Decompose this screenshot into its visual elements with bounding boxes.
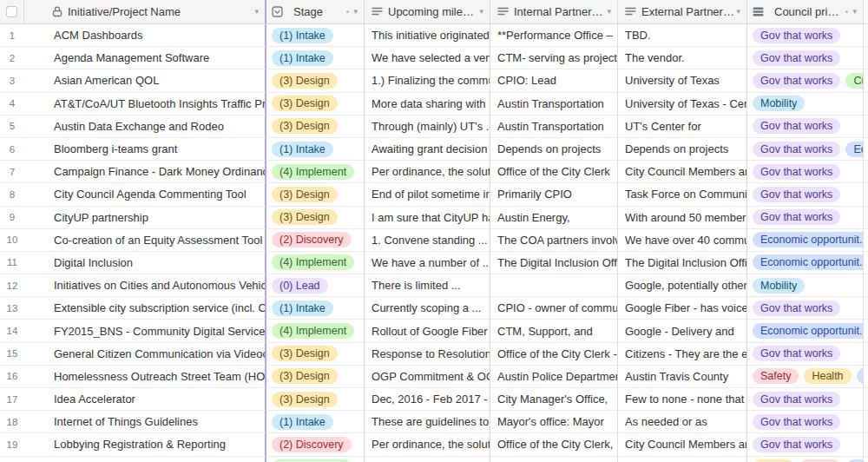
council-priorities-cell[interactable]: Gov that works: [747, 433, 864, 456]
milestones-cell[interactable]: OGP Commitment & OGP...: [365, 366, 490, 388]
name-cell[interactable]: Extensible city subscription service (in…: [24, 297, 266, 320]
name-cell[interactable]: Homelessness Outreach Street Team (HOST): [24, 366, 266, 388]
internal-partnerships-cell[interactable]: Office of the City Clerk: [490, 161, 618, 183]
external-partnerships-cell[interactable]: The Digital Inclusion Offic...: [618, 252, 747, 274]
select-option-pill[interactable]: Gov that works: [753, 28, 840, 43]
column-header-stage[interactable]: Stage▾: [266, 0, 365, 23]
select-option-pill[interactable]: Economic opportunit...: [753, 254, 864, 270]
name-cell[interactable]: Campaign Finance - Dark Money Ordinance: [24, 161, 266, 183]
select-option-pill[interactable]: Economic opportunit...: [753, 232, 864, 248]
milestones-cell[interactable]: Response to Resolution ...: [365, 343, 490, 366]
external-partnerships-cell[interactable]: City Council Members an...: [618, 433, 747, 456]
milestones-cell[interactable]: Through (mainly) UT's ...: [365, 116, 490, 138]
internal-partnerships-cell[interactable]: CTM- serving as project: [490, 47, 618, 69]
select-option-pill[interactable]: (3) Design: [272, 209, 338, 225]
select-option-pill[interactable]: Gov that works: [753, 346, 840, 361]
council-priorities-cell[interactable]: Gov that works: [747, 24, 864, 47]
council-priorities-cell[interactable]: Gov that worksCultura: [747, 69, 864, 92]
internal-partnerships-cell[interactable]: The Digital Inclusion Offic...: [490, 252, 618, 274]
internal-partnerships-cell[interactable]: Mayor's office: Mayor: [490, 411, 618, 433]
select-option-pill[interactable]: Gov that works: [753, 142, 840, 157]
select-option-pill[interactable]: (4) Implement: [272, 254, 354, 270]
council-priorities-cell[interactable]: Gov that works: [747, 183, 864, 206]
chevron-down-icon[interactable]: ▾: [852, 8, 857, 16]
stage-cell[interactable]: (1) Intake: [266, 47, 365, 69]
milestones-cell[interactable]: 1.) Finalizing the communi...: [365, 69, 490, 92]
stage-cell[interactable]: (1) Intake: [266, 297, 365, 320]
select-option-pill[interactable]: Cultura: [845, 73, 864, 89]
select-option-pill[interactable]: Gov that works: [753, 414, 840, 430]
internal-partnerships-cell[interactable]: Primarily CPIO: [490, 183, 618, 206]
select-option-pill[interactable]: (1) Intake: [272, 28, 333, 43]
select-option-pill[interactable]: (1) Intake: [272, 414, 333, 430]
internal-partnerships-cell[interactable]: Office of the City Clerk,: [490, 433, 618, 456]
internal-partnerships-cell[interactable]: Office of the City Clerk -: [490, 343, 618, 366]
milestones-cell[interactable]: There is limited ...: [365, 274, 490, 297]
council-priorities-cell[interactable]: Gov that works: [747, 116, 864, 138]
milestones-cell[interactable]: Per ordinance, the solutio...: [365, 161, 490, 183]
external-partnerships-cell[interactable]: UT's Center for: [618, 116, 747, 138]
internal-partnerships-cell[interactable]: Austin Police Department:...: [490, 366, 618, 388]
name-cell[interactable]: Co-creation of an Equity Assessment Tool: [24, 229, 266, 252]
select-option-pill[interactable]: Mobility: [753, 96, 805, 111]
milestones-cell[interactable]: This initiative originated o...: [365, 24, 490, 47]
external-partnerships-cell[interactable]: The vendor.: [618, 47, 747, 69]
external-partnerships-cell[interactable]: Austin Travis County: [618, 366, 747, 388]
select-option-pill[interactable]: Econo: [845, 142, 864, 157]
stage-cell[interactable]: (3) Design: [266, 93, 365, 116]
internal-partnerships-cell[interactable]: The COA partners involve...: [490, 229, 618, 252]
name-cell[interactable]: Digital Inclusion: [24, 252, 266, 274]
internal-partnerships-cell[interactable]: CPIO: Lead: [490, 69, 618, 92]
council-priorities-cell[interactable]: Gov that works: [747, 47, 864, 69]
select-option-pill[interactable]: Gov that works: [753, 437, 840, 452]
council-priorities-cell[interactable]: Gov that works: [747, 161, 864, 183]
select-option-pill[interactable]: (1) Intake: [272, 300, 333, 316]
name-cell[interactable]: ACM Dashboards: [24, 24, 266, 47]
column-header-internal-partnerships[interactable]: Internal Partnerships▾: [490, 0, 618, 23]
milestones-cell[interactable]: [365, 457, 490, 462]
external-partnerships-cell[interactable]: As needed or as: [618, 411, 747, 433]
external-partnerships-cell[interactable]: TBD.: [618, 24, 747, 47]
council-priorities-cell[interactable]: Economic opportunit...: [747, 229, 864, 252]
select-option-pill[interactable]: (2) Discovery: [272, 437, 352, 452]
select-option-pill[interactable]: Health: [804, 368, 851, 384]
external-partnerships-cell[interactable]: Few to none - none that I: [618, 388, 747, 411]
internal-partnerships-cell[interactable]: **Performance Office –: [490, 24, 618, 47]
milestones-cell[interactable]: 1. Convene standing ...: [365, 229, 490, 252]
select-option-pill[interactable]: (3) Design: [272, 118, 338, 134]
select-option-pill[interactable]: Gov that works: [753, 187, 840, 202]
name-cell[interactable]: General Citizen Communication via Videoc…: [24, 343, 266, 366]
select-option-pill[interactable]: Gov that works: [753, 118, 840, 134]
select-option-pill[interactable]: (3) Design: [272, 187, 338, 202]
name-cell[interactable]: Internet of Things Guidelines: [24, 411, 266, 433]
council-priorities-cell[interactable]: Mobility: [747, 93, 864, 116]
council-priorities-cell[interactable]: Mobility: [747, 274, 864, 297]
stage-cell[interactable]: (4) Implement: [266, 252, 365, 274]
column-header-milestones[interactable]: Upcoming milestones▾: [365, 0, 490, 23]
milestones-cell[interactable]: We have selected a vend...: [365, 47, 490, 69]
milestones-cell[interactable]: Per ordinance, the solutio...: [365, 433, 490, 456]
name-cell[interactable]: Initiatives on Cities and Autonomous Veh…: [24, 274, 266, 297]
stage-cell[interactable]: (3) Design: [266, 343, 365, 366]
milestones-cell[interactable]: Dec, 2016 - Feb 2017 - ...: [365, 388, 490, 411]
external-partnerships-cell[interactable]: Citizens - They are the en...: [618, 343, 747, 366]
name-cell[interactable]: AT&T/CoA/UT Bluetooth Insights Traffic P…: [24, 93, 266, 116]
council-priorities-cell[interactable]: Gov that works: [747, 343, 864, 366]
milestones-cell[interactable]: Currently scoping a ...: [365, 297, 490, 320]
stage-cell[interactable]: (1) Intake: [266, 138, 365, 161]
select-option-pill[interactable]: (2) Discovery: [272, 232, 352, 248]
select-option-pill[interactable]: (1) Intake: [272, 142, 333, 157]
external-partnerships-cell[interactable]: Task Force on Community...: [618, 183, 747, 206]
council-priorities-cell[interactable]: Gov that works: [747, 207, 864, 229]
name-cell[interactable]: CityUP partnership: [24, 207, 266, 229]
chevron-down-icon[interactable]: ▾: [479, 8, 483, 16]
select-all-checkbox[interactable]: [6, 6, 17, 17]
select-option-pill[interactable]: Safety: [753, 368, 799, 384]
select-option-pill[interactable]: Gov that works: [753, 392, 840, 407]
external-partnerships-cell[interactable]: Google Fiber - has voiced...: [618, 297, 747, 320]
stage-cell[interactable]: (3) Design: [266, 207, 365, 229]
chevron-down-icon[interactable]: ▾: [254, 8, 259, 16]
select-option-pill[interactable]: Gov that works: [753, 209, 840, 225]
internal-partnerships-cell[interactable]: CTM, Support, and: [490, 320, 618, 342]
select-option-pill[interactable]: (4) Implement: [272, 323, 354, 339]
